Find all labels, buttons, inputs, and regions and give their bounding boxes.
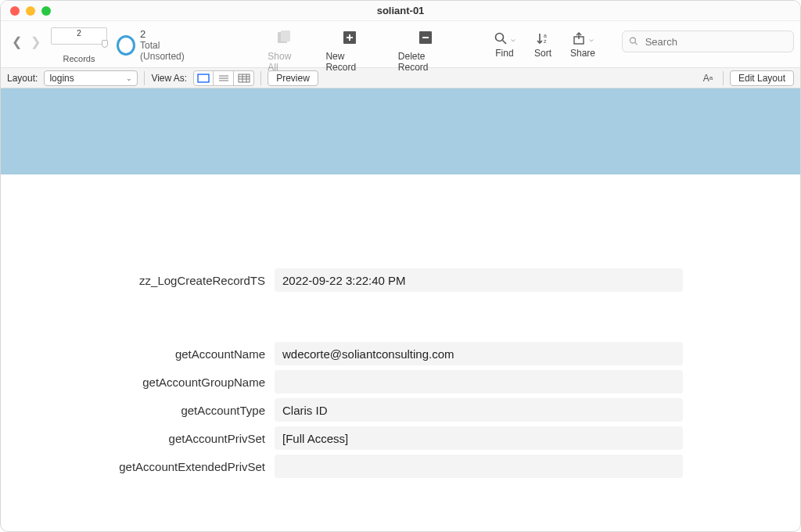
close-window-button[interactable] [10, 6, 20, 16]
sort-icon: az [536, 31, 550, 45]
new-record-button[interactable]: New Record [325, 27, 372, 73]
record-navigation: ❮ ❯ [7, 31, 45, 52]
prev-record-button[interactable]: ❮ [7, 31, 26, 52]
zoom-window-button[interactable] [41, 6, 51, 16]
view-as-label: View As: [151, 73, 187, 84]
minus-icon [415, 27, 436, 48]
edit-layout-label: Edit Layout [738, 73, 785, 84]
view-list-button[interactable] [214, 70, 234, 86]
show-all-button[interactable]: Show All [268, 27, 300, 73]
form-body: zz_LogCreateRecordTS 2022-09-22 3:22:40 … [1, 174, 800, 514]
next-record-button[interactable]: ❯ [26, 31, 45, 52]
svg-line-8 [502, 41, 506, 45]
show-all-icon [274, 27, 294, 48]
preview-label: Preview [276, 73, 310, 84]
separator [723, 71, 724, 85]
svg-point-7 [495, 34, 503, 41]
field-row: zz_LogCreateRecordTS 2022-09-22 3:22:40 … [48, 268, 753, 292]
field-label: getAccountExtendedPrivSet [48, 460, 275, 473]
field-value[interactable]: 2022-09-22 3:22:40 PM [275, 268, 683, 292]
show-all-label: Show All [268, 51, 300, 73]
field-label: getAccountGroupName [48, 376, 275, 389]
svg-text:a: a [544, 33, 547, 38]
field-value[interactable] [275, 370, 683, 394]
find-button[interactable]: ⌵ Find [494, 29, 515, 59]
delete-record-button[interactable]: Delete Record [398, 27, 453, 73]
separator [260, 71, 261, 85]
search-input[interactable] [644, 35, 787, 49]
field-label: getAccountType [48, 404, 275, 417]
record-count-text: 2 Total (Unsorted) [140, 29, 200, 63]
field-row: getAccountGroupName [48, 370, 753, 394]
find-label: Find [495, 48, 513, 59]
view-table-button[interactable] [234, 70, 254, 86]
chevron-down-icon: ⌄ [126, 74, 132, 82]
layout-name: logins [49, 73, 74, 84]
formatting-bar-toggle[interactable]: Aa [699, 70, 717, 86]
chevron-down-icon: ⌵ [511, 34, 515, 43]
search-icon [494, 31, 508, 45]
field-value[interactable]: Claris ID [275, 398, 683, 422]
new-record-label: New Record [325, 51, 372, 73]
field-row: getAccountName wdecorte@soliantconsultin… [48, 342, 753, 365]
share-button[interactable]: ⌵ Share [570, 29, 595, 59]
record-slider[interactable]: 2 [51, 27, 107, 45]
plus-icon [339, 27, 360, 48]
svg-point-14 [630, 38, 635, 43]
svg-rect-20 [239, 74, 250, 82]
quick-find[interactable] [622, 31, 794, 52]
field-row: getAccountExtendedPrivSet [48, 455, 753, 478]
share-icon [572, 31, 586, 45]
record-count-number: 2 [140, 29, 200, 41]
chevron-down-icon: ⌵ [589, 34, 594, 43]
field-value[interactable]: wdecorte@soliantconsulting.com [275, 342, 683, 365]
pie-chart-icon[interactable] [117, 35, 135, 56]
field-label: getAccountPrivSet [48, 432, 275, 445]
app-window: soliant-01 ❮ ❯ 2 Records 2 Total (Unsort… [0, 0, 801, 532]
field-value[interactable] [275, 455, 683, 478]
share-label: Share [570, 48, 595, 59]
svg-rect-1 [281, 31, 290, 41]
record-slider-group: 2 Records [51, 27, 107, 63]
record-count-status: Total (Unsorted) [140, 41, 200, 63]
delete-record-label: Delete Record [398, 51, 453, 73]
layout-header [1, 88, 800, 174]
sort-button[interactable]: az Sort [534, 29, 551, 59]
layout-dropdown[interactable]: logins ⌄ [44, 70, 138, 86]
window-title: soliant-01 [1, 5, 800, 16]
record-slider-handle[interactable] [102, 40, 108, 48]
field-row: getAccountType Claris ID [48, 398, 753, 422]
field-value[interactable]: [Full Access] [275, 426, 683, 450]
separator [144, 71, 145, 85]
record-slider-value: 2 [77, 29, 81, 38]
svg-line-15 [635, 42, 638, 45]
titlebar: soliant-01 [1, 1, 800, 21]
field-label: zz_LogCreateRecordTS [48, 274, 275, 287]
window-controls [1, 6, 51, 16]
search-icon [629, 36, 639, 47]
svg-rect-16 [198, 74, 209, 82]
minimize-window-button[interactable] [26, 6, 35, 16]
svg-text:z: z [544, 38, 547, 44]
edit-layout-button[interactable]: Edit Layout [730, 70, 794, 86]
layout-label: Layout: [7, 73, 38, 84]
toolbar-right-group: ⌵ Find az Sort ⌵ Share [484, 24, 605, 59]
view-form-button[interactable] [193, 70, 214, 86]
field-row: getAccountPrivSet [Full Access] [48, 426, 753, 450]
view-as-buttons [193, 70, 254, 86]
field-label: getAccountName [48, 347, 275, 361]
records-label: Records [63, 54, 95, 63]
main-toolbar: ❮ ❯ 2 Records 2 Total (Unsorted) Show Al… [1, 21, 800, 68]
sort-label: Sort [534, 48, 551, 59]
record-count-group: 2 Total (Unsorted) [117, 29, 200, 63]
